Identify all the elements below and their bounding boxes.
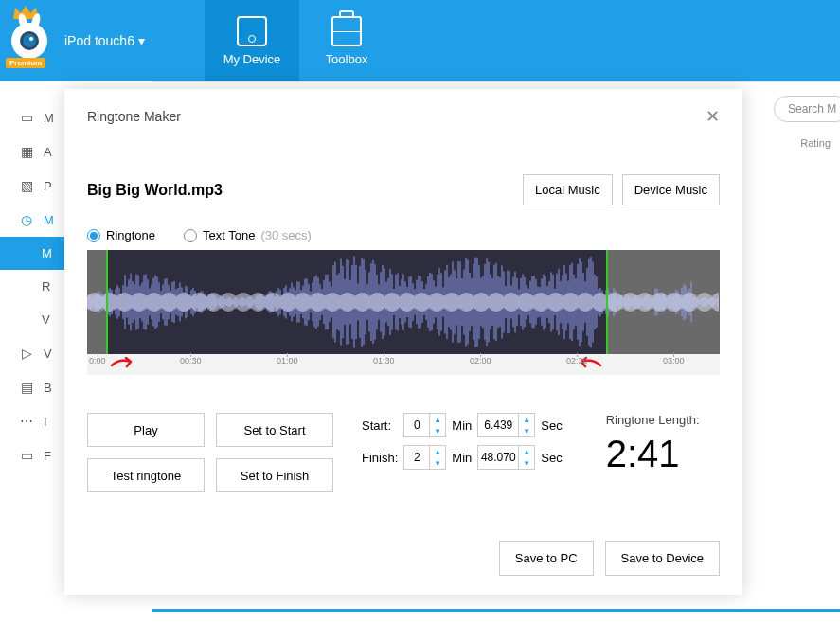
radio-ringtone[interactable]: Ringtone	[87, 228, 155, 242]
finish-min-field[interactable]	[404, 451, 429, 464]
min-label: Min	[452, 451, 472, 465]
tick-label: 03:00	[663, 356, 685, 365]
arrow-right-icon	[110, 356, 136, 369]
sidebar-label: R	[42, 279, 50, 294]
spinner-up-icon[interactable]: ▲	[430, 414, 445, 425]
tick-label: 01:00	[277, 356, 298, 365]
sidebar-label: M	[42, 246, 52, 260]
sidebar-label: B	[44, 381, 52, 395]
ringtone-length: Ringtone Length: 2:41	[606, 413, 700, 475]
ringtone-maker-modal: Ringtone Maker ✕ Big Big World.mp3 Local…	[64, 89, 742, 595]
sidebar-label: V	[44, 347, 52, 361]
chevron-down-icon: ▾	[138, 33, 145, 48]
test-ringtone-button[interactable]: Test ringtone	[87, 458, 205, 492]
apps-icon: ▦	[19, 144, 34, 159]
sidebar-label: A	[44, 145, 52, 159]
min-label: Min	[452, 418, 472, 433]
finish-min-input[interactable]: ▲▼	[403, 445, 446, 470]
local-music-button[interactable]: Local Music	[523, 174, 613, 205]
tick-label: 02:30	[566, 356, 588, 365]
finish-sec-field[interactable]	[478, 451, 518, 464]
toolbox-icon	[331, 16, 362, 46]
spinner-down-icon[interactable]: ▼	[519, 425, 534, 436]
book-icon: ▤	[19, 380, 34, 395]
tab-my-device[interactable]: My Device	[205, 0, 299, 81]
spinner-up-icon[interactable]: ▲	[519, 414, 534, 425]
text-tone-hint: (30 secs)	[260, 228, 311, 242]
column-header-rating[interactable]: Rating	[800, 137, 831, 149]
radio-circle-icon	[184, 229, 197, 242]
save-to-device-button[interactable]: Save to Device	[605, 541, 720, 576]
radio-label: Ringtone	[106, 228, 155, 242]
spinner-down-icon[interactable]: ▼	[430, 425, 445, 436]
radio-label: Text Tone	[203, 228, 255, 242]
app-logo	[11, 23, 47, 59]
sidebar-label: F	[44, 449, 51, 463]
play-button[interactable]: Play	[87, 413, 205, 447]
sidebar-label: M	[44, 111, 54, 125]
set-to-start-button[interactable]: Set to Start	[216, 413, 333, 447]
save-to-pc-button[interactable]: Save to PC	[499, 541, 594, 576]
sidebar-label: P	[44, 179, 52, 193]
chat-icon: ⋯	[19, 414, 34, 429]
close-icon[interactable]: ✕	[706, 106, 720, 127]
finish-label: Finish:	[362, 451, 398, 465]
file-name-label: Big Big World.mp3	[87, 182, 223, 199]
spinner-down-icon[interactable]: ▼	[430, 457, 445, 469]
length-value: 2:41	[606, 433, 700, 475]
sec-label: Sec	[541, 451, 562, 465]
controls-row: Play Set to Start Test ringtone Set to F…	[87, 413, 720, 492]
control-buttons: Play Set to Start Test ringtone Set to F…	[87, 413, 333, 492]
time-inputs: Start: ▲▼ Min ▲▼ Sec Finish: ▲▼ Min ▲▼ S…	[362, 413, 568, 470]
waveform-editor: 0:00 00:30 01:00 01:30 02:00 02:30 03:00	[87, 250, 720, 375]
start-label: Start:	[362, 418, 398, 433]
tab-toolbox[interactable]: Toolbox	[299, 0, 394, 81]
timeline: 0:00 00:30 01:00 01:30 02:00 02:30 03:00	[87, 354, 720, 375]
nav-tabs: My Device Toolbox	[205, 0, 394, 81]
source-buttons: Local Music Device Music	[523, 174, 720, 205]
set-to-finish-button[interactable]: Set to Finish	[216, 458, 333, 492]
tick-label: 0:00	[89, 356, 106, 365]
music-icon: ▭	[19, 110, 34, 125]
radio-text-tone[interactable]: Text Tone(30 secs)	[184, 228, 312, 242]
top-nav-bar: Premium iPod touch6 ▾ My Device Toolbox	[0, 0, 840, 81]
tick-label: 02:00	[470, 356, 491, 365]
logo-area: Premium iPod touch6 ▾	[0, 0, 205, 81]
finish-sec-input[interactable]: ▲▼	[477, 445, 535, 470]
sec-label: Sec	[541, 418, 562, 433]
tick-label: 00:30	[180, 356, 202, 365]
start-handle[interactable]	[106, 250, 108, 354]
device-music-button[interactable]: Device Music	[622, 174, 720, 205]
start-sec-input[interactable]: ▲▼	[477, 413, 535, 437]
start-sec-field[interactable]	[478, 418, 518, 432]
device-name-label: iPod touch6	[64, 33, 134, 48]
tick-label: 01:30	[373, 356, 395, 365]
file-row: Big Big World.mp3 Local Music Device Mus…	[87, 174, 720, 205]
modal-footer: Save to PC Save to Device	[499, 541, 720, 576]
search-input[interactable]: Search M	[774, 96, 840, 122]
device-selector[interactable]: iPod touch6 ▾	[64, 33, 145, 48]
sidebar-label: V	[42, 312, 50, 327]
modal-header: Ringtone Maker ✕	[87, 106, 720, 127]
clock-icon: ◷	[19, 212, 34, 227]
folder-icon: ▭	[19, 448, 34, 463]
tab-label: My Device	[223, 52, 281, 66]
end-handle[interactable]	[606, 250, 608, 354]
tab-label: Toolbox	[326, 52, 368, 66]
radio-circle-icon	[87, 229, 100, 242]
photo-icon: ▧	[19, 178, 34, 193]
video-icon: ▷	[19, 346, 34, 361]
premium-badge: Premium	[6, 58, 45, 68]
tone-type-radios: Ringtone Text Tone(30 secs)	[87, 228, 720, 242]
sidebar-label: M	[44, 213, 54, 227]
spinner-up-icon[interactable]: ▲	[430, 446, 445, 457]
length-label: Ringtone Length:	[606, 413, 700, 427]
sidebar-label: I	[44, 415, 47, 429]
spinner-down-icon[interactable]: ▼	[519, 457, 534, 469]
accent-line	[152, 609, 840, 612]
waveform-display[interactable]	[87, 250, 720, 354]
start-min-input[interactable]: ▲▼	[403, 413, 446, 437]
spinner-up-icon[interactable]: ▲	[519, 446, 534, 457]
start-min-field[interactable]	[404, 418, 429, 432]
waveform-svg	[87, 250, 720, 354]
